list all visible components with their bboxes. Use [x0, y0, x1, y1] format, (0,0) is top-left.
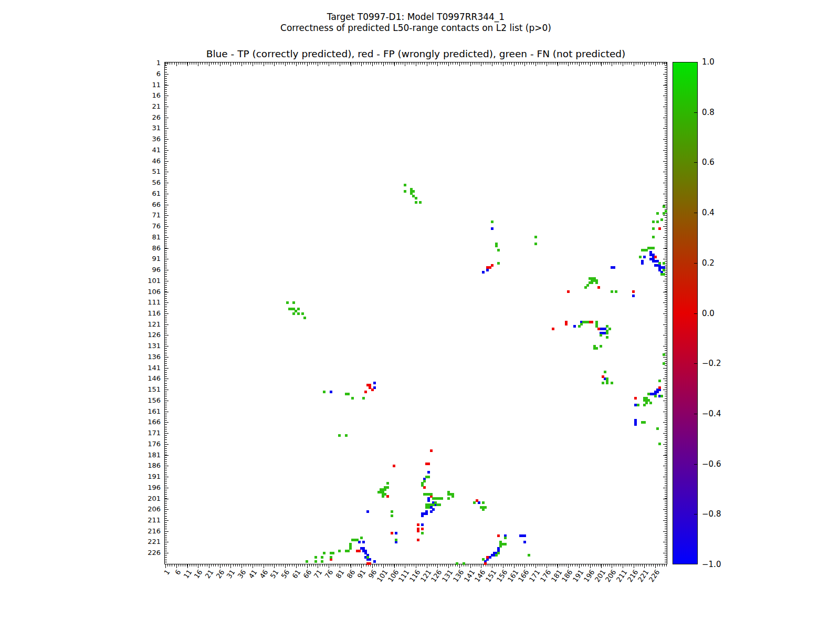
contact-point	[497, 534, 500, 537]
axis-major-tick	[220, 62, 220, 66]
contact-point	[373, 382, 376, 384]
axis-major-tick	[416, 564, 416, 568]
contact-point	[386, 482, 389, 485]
y-tick-label: 1	[135, 59, 161, 67]
contact-point	[351, 397, 354, 400]
axis-major-tick	[663, 346, 667, 346]
contact-point	[412, 190, 415, 193]
axis-major-tick	[655, 62, 656, 66]
contact-point	[634, 397, 637, 400]
axis-major-tick	[372, 62, 373, 66]
axis-major-tick	[601, 62, 602, 66]
axis-major-tick	[198, 564, 198, 568]
axis-major-tick	[165, 455, 169, 456]
axis-major-tick	[437, 564, 438, 568]
contact-point	[606, 382, 608, 384]
y-tick-label: 31	[135, 124, 161, 132]
axis-major-tick	[492, 564, 492, 568]
contact-point	[573, 325, 576, 328]
axis-major-tick	[176, 564, 177, 568]
axis-major-tick	[340, 564, 340, 568]
axis-major-tick	[470, 564, 471, 568]
axis-major-tick	[187, 564, 188, 568]
axis-major-tick	[663, 194, 667, 194]
axis-major-tick	[663, 302, 667, 303]
contact-point	[591, 321, 593, 323]
contact-point	[491, 220, 494, 223]
axis-major-tick	[329, 564, 329, 568]
axis-major-tick	[307, 62, 308, 66]
axis-major-tick	[663, 422, 667, 423]
y-tick-label: 211	[135, 517, 161, 524]
contact-point	[314, 556, 317, 559]
colorbar-tick-label: 0.6	[702, 158, 733, 166]
contact-point	[427, 499, 430, 502]
contact-point	[482, 508, 485, 511]
contact-point	[663, 353, 665, 356]
contact-point	[663, 262, 665, 265]
axis-major-tick	[165, 85, 169, 86]
y-tick-label: 126	[135, 331, 161, 339]
contact-point	[456, 562, 458, 565]
axis-major-tick	[663, 139, 667, 140]
axis-major-tick	[568, 564, 569, 568]
y-tick-label: 201	[135, 495, 161, 502]
axis-major-tick	[663, 466, 667, 466]
axis-major-tick	[165, 335, 169, 335]
axis-major-tick	[558, 62, 558, 66]
contact-point	[634, 423, 637, 426]
contact-point	[660, 395, 663, 397]
colorbar-tick-label: 0.2	[702, 259, 733, 267]
contact-point	[338, 550, 341, 552]
figure-suptitle-line1: Target T0997-D1: Model T0997RR344_1	[164, 12, 667, 22]
axis-major-tick	[165, 357, 169, 358]
axis-major-tick	[165, 520, 169, 521]
axis-major-tick	[383, 564, 384, 568]
contact-point	[366, 556, 369, 559]
contact-point	[565, 323, 568, 326]
axis-major-tick	[579, 62, 580, 66]
contact-point	[362, 541, 365, 543]
contact-point	[427, 506, 430, 509]
axis-major-tick	[663, 118, 667, 118]
contact-point	[660, 218, 663, 221]
axis-major-tick	[663, 237, 667, 238]
axis-major-tick	[663, 226, 667, 227]
y-tick-label: 186	[135, 462, 161, 469]
y-tick-label: 41	[135, 146, 161, 154]
axis-major-tick	[296, 564, 297, 568]
contact-point	[613, 266, 615, 269]
axis-major-tick	[663, 357, 667, 358]
contact-point	[421, 528, 424, 530]
axis-major-tick	[187, 62, 188, 66]
contact-point	[314, 560, 317, 563]
axis-major-tick	[663, 292, 667, 292]
axis-major-tick	[568, 62, 569, 66]
colorbar-tick-label: −0.8	[702, 510, 733, 518]
contact-point	[602, 382, 604, 384]
contact-point	[637, 404, 639, 406]
axis-major-tick	[165, 248, 169, 249]
y-tick-label: 161	[135, 408, 161, 415]
contact-point	[395, 539, 397, 541]
contact-point	[567, 290, 570, 293]
axis-major-tick	[524, 62, 525, 66]
axis-major-tick	[242, 62, 242, 66]
colorbar-tick	[694, 263, 697, 264]
contact-point	[632, 290, 635, 293]
colorbar-tick-label: −1.0	[702, 560, 733, 569]
contact-point	[286, 301, 289, 304]
y-tick-label: 21	[135, 103, 161, 110]
contact-point	[528, 554, 530, 556]
contact-map-plot-area	[164, 62, 667, 564]
axis-major-tick	[165, 302, 169, 303]
axis-major-tick	[165, 379, 169, 379]
contact-point	[438, 503, 441, 506]
axis-major-tick	[448, 564, 449, 568]
axis-major-tick	[634, 564, 634, 568]
axis-major-tick	[427, 564, 427, 568]
axis-major-tick	[663, 150, 667, 151]
axis-major-tick	[329, 62, 329, 66]
axis-major-tick	[340, 62, 340, 66]
axis-major-tick	[663, 531, 667, 532]
